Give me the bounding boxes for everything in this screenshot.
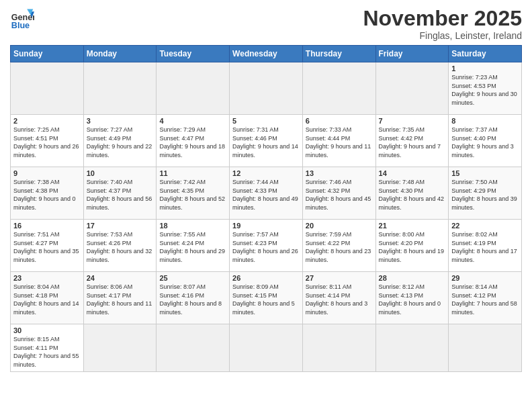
logo-icon: General Blue: [10, 7, 34, 31]
day-info: Sunrise: 8:00 AM Sunset: 4:20 PM Dayligh…: [379, 230, 446, 264]
day-cell: 17Sunrise: 7:53 AM Sunset: 4:26 PM Dayli…: [83, 220, 157, 272]
day-number: 5: [232, 117, 300, 125]
day-info: Sunrise: 8:14 AM Sunset: 4:12 PM Dayligh…: [451, 283, 519, 316]
calendar-subtitle: Finglas, Leinster, Ireland: [363, 30, 522, 41]
day-number: 22: [451, 222, 519, 230]
day-info: Sunrise: 7:35 AM Sunset: 4:42 PM Dayligh…: [379, 126, 446, 159]
day-cell: 13Sunrise: 7:46 AM Sunset: 4:32 PM Dayli…: [302, 167, 375, 220]
week-row-4: 23Sunrise: 8:04 AM Sunset: 4:18 PM Dayli…: [11, 272, 522, 324]
day-info: Sunrise: 8:09 AM Sunset: 4:15 PM Dayligh…: [232, 283, 300, 316]
day-number: 10: [87, 169, 154, 177]
weekday-header-saturday: Saturday: [449, 46, 522, 62]
day-info: Sunrise: 7:27 AM Sunset: 4:49 PM Dayligh…: [87, 126, 154, 159]
day-cell: [449, 324, 522, 371]
day-info: Sunrise: 7:59 AM Sunset: 4:22 PM Dayligh…: [306, 230, 373, 264]
day-cell: 5Sunrise: 7:31 AM Sunset: 4:46 PM Daylig…: [230, 115, 303, 167]
day-cell: 16Sunrise: 7:51 AM Sunset: 4:27 PM Dayli…: [11, 220, 84, 272]
day-info: Sunrise: 7:33 AM Sunset: 4:44 PM Dayligh…: [306, 126, 373, 159]
day-cell: [83, 62, 157, 115]
day-cell: [375, 324, 449, 371]
day-cell: 27Sunrise: 8:11 AM Sunset: 4:14 PM Dayli…: [302, 272, 375, 324]
day-cell: [157, 324, 230, 371]
day-number: 26: [232, 274, 300, 282]
day-cell: 10Sunrise: 7:40 AM Sunset: 4:37 PM Dayli…: [83, 167, 157, 220]
day-cell: 21Sunrise: 8:00 AM Sunset: 4:20 PM Dayli…: [375, 220, 449, 272]
day-info: Sunrise: 7:53 AM Sunset: 4:26 PM Dayligh…: [87, 230, 154, 264]
day-info: Sunrise: 8:02 AM Sunset: 4:19 PM Dayligh…: [451, 230, 519, 264]
day-number: 6: [306, 117, 373, 125]
day-info: Sunrise: 7:29 AM Sunset: 4:47 PM Dayligh…: [159, 126, 226, 159]
day-cell: 1Sunrise: 7:23 AM Sunset: 4:53 PM Daylig…: [449, 62, 522, 115]
day-cell: [302, 62, 375, 115]
day-cell: 14Sunrise: 7:48 AM Sunset: 4:30 PM Dayli…: [375, 167, 449, 220]
calendar-title: November 2025: [363, 7, 522, 30]
day-cell: [302, 324, 375, 371]
day-cell: 9Sunrise: 7:38 AM Sunset: 4:38 PM Daylig…: [11, 167, 84, 220]
week-row-5: 30Sunrise: 8:15 AM Sunset: 4:11 PM Dayli…: [11, 324, 522, 371]
day-cell: 22Sunrise: 8:02 AM Sunset: 4:19 PM Dayli…: [449, 220, 522, 272]
day-cell: 30Sunrise: 8:15 AM Sunset: 4:11 PM Dayli…: [11, 324, 84, 371]
day-info: Sunrise: 8:15 AM Sunset: 4:11 PM Dayligh…: [13, 335, 81, 369]
calendar-header: SundayMondayTuesdayWednesdayThursdayFrid…: [11, 46, 522, 62]
day-info: Sunrise: 8:11 AM Sunset: 4:14 PM Dayligh…: [306, 283, 373, 316]
weekday-header-thursday: Thursday: [302, 46, 375, 62]
day-info: Sunrise: 8:06 AM Sunset: 4:17 PM Dayligh…: [87, 283, 154, 316]
day-info: Sunrise: 7:31 AM Sunset: 4:46 PM Dayligh…: [232, 126, 300, 159]
calendar-page: General Blue November 2025 Finglas, Lein…: [0, 0, 532, 411]
header: General Blue November 2025 Finglas, Lein…: [10, 7, 522, 41]
day-number: 7: [379, 117, 446, 125]
day-cell: 12Sunrise: 7:44 AM Sunset: 4:33 PM Dayli…: [230, 167, 303, 220]
day-info: Sunrise: 7:37 AM Sunset: 4:40 PM Dayligh…: [451, 126, 519, 159]
day-cell: 23Sunrise: 8:04 AM Sunset: 4:18 PM Dayli…: [11, 272, 84, 324]
day-info: Sunrise: 7:48 AM Sunset: 4:30 PM Dayligh…: [379, 178, 446, 212]
day-cell: 8Sunrise: 7:37 AM Sunset: 4:40 PM Daylig…: [449, 115, 522, 167]
day-info: Sunrise: 7:46 AM Sunset: 4:32 PM Dayligh…: [306, 178, 373, 212]
day-cell: 7Sunrise: 7:35 AM Sunset: 4:42 PM Daylig…: [375, 115, 449, 167]
weekday-header-sunday: Sunday: [11, 46, 84, 62]
day-number: 23: [13, 274, 81, 282]
day-number: 1: [451, 64, 519, 73]
weekday-header-monday: Monday: [83, 46, 157, 62]
day-number: 24: [87, 274, 154, 282]
day-info: Sunrise: 8:07 AM Sunset: 4:16 PM Dayligh…: [159, 283, 226, 316]
weekday-header-row: SundayMondayTuesdayWednesdayThursdayFrid…: [11, 46, 522, 62]
logo: General Blue: [10, 7, 34, 31]
calendar-table: SundayMondayTuesdayWednesdayThursdayFrid…: [10, 45, 522, 371]
day-number: 25: [159, 274, 226, 282]
day-info: Sunrise: 7:42 AM Sunset: 4:35 PM Dayligh…: [159, 178, 226, 212]
day-cell: [11, 62, 84, 115]
day-cell: 4Sunrise: 7:29 AM Sunset: 4:47 PM Daylig…: [157, 115, 230, 167]
day-cell: 11Sunrise: 7:42 AM Sunset: 4:35 PM Dayli…: [157, 167, 230, 220]
day-number: 12: [232, 169, 300, 177]
day-cell: 24Sunrise: 8:06 AM Sunset: 4:17 PM Dayli…: [83, 272, 157, 324]
week-row-0: 1Sunrise: 7:23 AM Sunset: 4:53 PM Daylig…: [11, 62, 522, 115]
day-cell: [157, 62, 230, 115]
day-cell: [83, 324, 157, 371]
day-number: 16: [13, 222, 81, 230]
day-number: 9: [13, 169, 81, 177]
day-info: Sunrise: 8:12 AM Sunset: 4:13 PM Dayligh…: [379, 283, 446, 316]
day-number: 2: [13, 117, 81, 125]
weekday-header-tuesday: Tuesday: [157, 46, 230, 62]
day-number: 8: [451, 117, 519, 125]
day-cell: 26Sunrise: 8:09 AM Sunset: 4:15 PM Dayli…: [230, 272, 303, 324]
day-number: 3: [87, 117, 154, 125]
day-number: 30: [13, 326, 81, 334]
day-number: 11: [159, 169, 226, 177]
day-number: 17: [87, 222, 154, 230]
day-info: Sunrise: 7:44 AM Sunset: 4:33 PM Dayligh…: [232, 178, 300, 212]
week-row-1: 2Sunrise: 7:25 AM Sunset: 4:51 PM Daylig…: [11, 115, 522, 167]
day-cell: 29Sunrise: 8:14 AM Sunset: 4:12 PM Dayli…: [449, 272, 522, 324]
day-number: 27: [306, 274, 373, 282]
title-block: November 2025 Finglas, Leinster, Ireland: [363, 7, 522, 41]
svg-text:Blue: Blue: [11, 21, 30, 30]
day-cell: 25Sunrise: 8:07 AM Sunset: 4:16 PM Dayli…: [157, 272, 230, 324]
day-number: 28: [379, 274, 446, 282]
day-info: Sunrise: 7:57 AM Sunset: 4:23 PM Dayligh…: [232, 230, 300, 264]
day-info: Sunrise: 7:51 AM Sunset: 4:27 PM Dayligh…: [13, 230, 81, 264]
day-number: 21: [379, 222, 446, 230]
day-number: 20: [306, 222, 373, 230]
day-number: 14: [379, 169, 446, 177]
day-number: 29: [451, 274, 519, 282]
day-number: 13: [306, 169, 373, 177]
